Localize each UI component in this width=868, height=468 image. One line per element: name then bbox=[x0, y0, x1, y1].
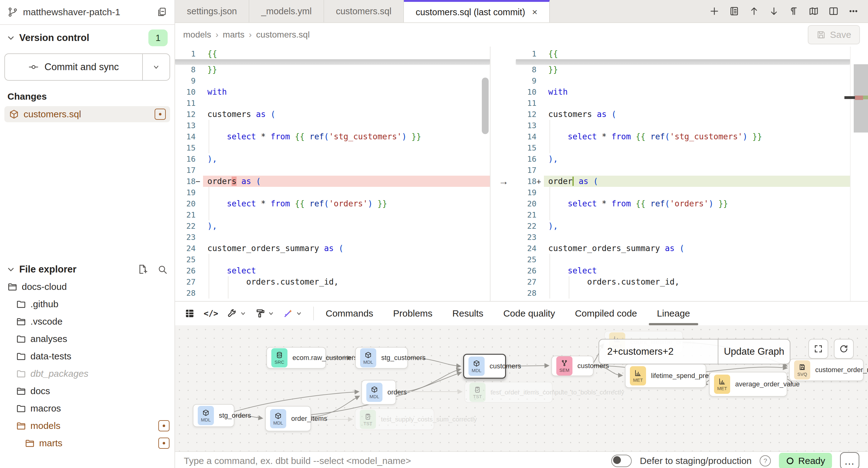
code-line[interactable]: 21 bbox=[516, 209, 850, 220]
file-explorer-item-analyses[interactable]: analyses bbox=[0, 330, 175, 348]
panel-tab-problems[interactable]: Problems bbox=[383, 302, 442, 325]
code-line[interactable]: 16), bbox=[516, 153, 850, 164]
code-line[interactable]: 10with bbox=[175, 86, 490, 97]
code-line[interactable]: 28 bbox=[516, 287, 850, 299]
code-line[interactable]: 11 bbox=[175, 97, 490, 108]
diff-pane-original[interactable]: 1{{8}}910with1112customers as (1314 sele… bbox=[175, 46, 490, 301]
code-line[interactable]: 10with bbox=[516, 86, 850, 97]
close-tab-icon[interactable]: × bbox=[532, 7, 538, 18]
tab-settings-json[interactable]: settings.json bbox=[175, 0, 249, 22]
lineage-node-test-supply-costs-sum-correctly[interactable]: TSTtest_supply_costs_sum_correctly bbox=[355, 408, 434, 430]
breadcrumb-part[interactable]: marts bbox=[223, 30, 245, 40]
code-line[interactable]: 20 select * from {{ ref('orders') }} bbox=[175, 198, 490, 209]
panel-tab-results[interactable]: Results bbox=[442, 302, 493, 325]
code-line[interactable]: 13 bbox=[175, 120, 490, 131]
code-line[interactable]: 8}} bbox=[516, 64, 850, 75]
code-line[interactable]: 13 bbox=[516, 120, 850, 131]
update-graph-button[interactable]: Update Graph bbox=[718, 340, 790, 364]
code-line[interactable]: 11 bbox=[516, 97, 850, 108]
collapsed-region-band[interactable] bbox=[175, 59, 490, 64]
breadcrumb-part[interactable]: models bbox=[183, 30, 211, 40]
code-line[interactable]: 9 bbox=[516, 75, 850, 86]
code-line[interactable]: 27 orders.customer_id, bbox=[175, 276, 490, 287]
code-line[interactable]: 15 bbox=[516, 142, 850, 153]
pilcrow-icon[interactable] bbox=[787, 5, 800, 18]
help-icon[interactable]: ? bbox=[760, 455, 771, 466]
tab-customers-sql[interactable]: customers.sql bbox=[324, 0, 404, 22]
results-grid-icon[interactable] bbox=[184, 308, 195, 319]
lineage-node-test-order-items-compute-to-bools-correctly[interactable]: TSTtest_order_items_compute_to_bools_cor… bbox=[464, 382, 553, 403]
branch-name[interactable]: matthewshaver-patch-1 bbox=[23, 7, 156, 18]
code-line[interactable]: 23 bbox=[175, 231, 490, 243]
lineage-node-orders[interactable]: MDLorders bbox=[361, 380, 396, 405]
code-line[interactable]: 18−orders as ( bbox=[175, 176, 490, 187]
file-explorer-item-models[interactable]: models bbox=[0, 417, 175, 435]
code-line[interactable]: 19 bbox=[175, 187, 490, 198]
code-line[interactable]: 22), bbox=[175, 220, 490, 231]
new-file-icon[interactable] bbox=[137, 264, 148, 275]
file-explorer-item-docs[interactable]: docs bbox=[0, 382, 175, 400]
lineage-node-lifetime-spend-pretax[interactable]: METlifetime_spend_pretax bbox=[625, 364, 706, 388]
plus-icon[interactable] bbox=[708, 5, 721, 18]
code-line[interactable]: 18+order as ( bbox=[516, 176, 850, 187]
map-icon[interactable] bbox=[807, 5, 820, 18]
changed-file-customers-sql[interactable]: customers.sql bbox=[4, 106, 170, 122]
code-compile-icon[interactable]: </> bbox=[204, 309, 218, 318]
code-line[interactable]: 1{{ bbox=[175, 48, 490, 59]
tab-customers-sql-last-commit-[interactable]: customers.sql (last commit)× bbox=[404, 0, 550, 22]
file-explorer-item-marts[interactable]: marts bbox=[0, 435, 175, 452]
lineage-node-average-order-value[interactable]: METaverage_order_value bbox=[709, 372, 787, 397]
commit-options-caret[interactable] bbox=[142, 54, 169, 80]
file-explorer-item--vscode[interactable]: .vscode bbox=[0, 313, 175, 330]
code-line[interactable]: 25 bbox=[516, 254, 850, 265]
copy-branch-icon[interactable] bbox=[156, 7, 167, 18]
search-icon[interactable] bbox=[157, 264, 168, 275]
code-line[interactable]: 26 select bbox=[175, 265, 490, 276]
code-line[interactable]: 27 orders.customer_id, bbox=[516, 276, 850, 287]
split-editor-icon[interactable] bbox=[827, 5, 840, 18]
code-line[interactable]: 12customers as ( bbox=[175, 108, 490, 120]
code-line[interactable]: 21 bbox=[175, 209, 490, 220]
panel-tab-compiled-code[interactable]: Compiled code bbox=[565, 302, 647, 325]
lineage-node-stg-customers[interactable]: MDLstg_customers bbox=[355, 347, 408, 369]
panel-tab-code-quality[interactable]: Code quality bbox=[493, 302, 565, 325]
code-line[interactable]: 12customers as ( bbox=[516, 108, 850, 120]
arrow-up-icon[interactable] bbox=[748, 5, 761, 18]
lineage-selector-input[interactable]: 2+customers+2 bbox=[599, 340, 718, 364]
file-explorer-item-data-tests[interactable]: data-tests bbox=[0, 348, 175, 365]
fullscreen-icon[interactable] bbox=[808, 339, 828, 359]
code-line[interactable]: 24customer_orders_summary as ( bbox=[516, 243, 850, 254]
code-line[interactable]: 28 bbox=[175, 287, 490, 299]
file-explorer-item-dbt-packages[interactable]: dbt_packages bbox=[0, 365, 175, 382]
diff-overview-ruler[interactable] bbox=[850, 46, 868, 301]
lineage-node-customer-order-metrics[interactable]: SVQcustomer_order_metrics bbox=[789, 359, 864, 381]
code-line[interactable]: 17 bbox=[175, 164, 490, 176]
lineage-node-stg-orders[interactable]: MDLstg_orders bbox=[193, 404, 235, 427]
code-line[interactable]: 1{{ bbox=[516, 48, 850, 59]
tab--models-yml[interactable]: _models.yml bbox=[249, 0, 324, 22]
lineage-node-customers[interactable]: MDLcustomers bbox=[463, 354, 506, 379]
lineage-node-customers[interactable]: SEMcustomers bbox=[551, 356, 594, 376]
command-input[interactable]: Type a command, ex. dbt build --select <… bbox=[184, 456, 603, 466]
lint-format-icon[interactable] bbox=[255, 308, 274, 319]
breadcrumb-part[interactable]: customers.sql bbox=[256, 30, 310, 40]
code-line[interactable]: 9 bbox=[175, 75, 490, 86]
code-line[interactable]: 22), bbox=[516, 220, 850, 231]
code-line[interactable]: 19 bbox=[516, 187, 850, 198]
save-button[interactable]: Save bbox=[808, 25, 860, 44]
arrow-down-icon[interactable] bbox=[767, 5, 780, 18]
chevron-down-icon[interactable] bbox=[7, 266, 15, 273]
more-options-button[interactable]: … bbox=[840, 452, 859, 468]
file-explorer-item-macros[interactable]: macros bbox=[0, 400, 175, 417]
defer-toggle[interactable] bbox=[611, 455, 632, 467]
code-line[interactable]: 25 bbox=[175, 254, 490, 265]
ai-fix-icon[interactable] bbox=[283, 308, 302, 319]
commit-and-sync-button[interactable]: Commit and sync bbox=[4, 53, 170, 81]
code-line[interactable]: 15 bbox=[175, 142, 490, 153]
lineage-node-order-items[interactable]: MDLorder_items bbox=[265, 406, 311, 431]
code-line[interactable]: 20 select * from {{ ref('orders') }} bbox=[516, 198, 850, 209]
code-line[interactable]: 26 select bbox=[516, 265, 850, 276]
collapsed-region-band[interactable] bbox=[516, 59, 850, 64]
outline-icon[interactable] bbox=[728, 5, 741, 18]
code-line[interactable]: 14 select * from {{ ref('stg_customers')… bbox=[175, 131, 490, 142]
